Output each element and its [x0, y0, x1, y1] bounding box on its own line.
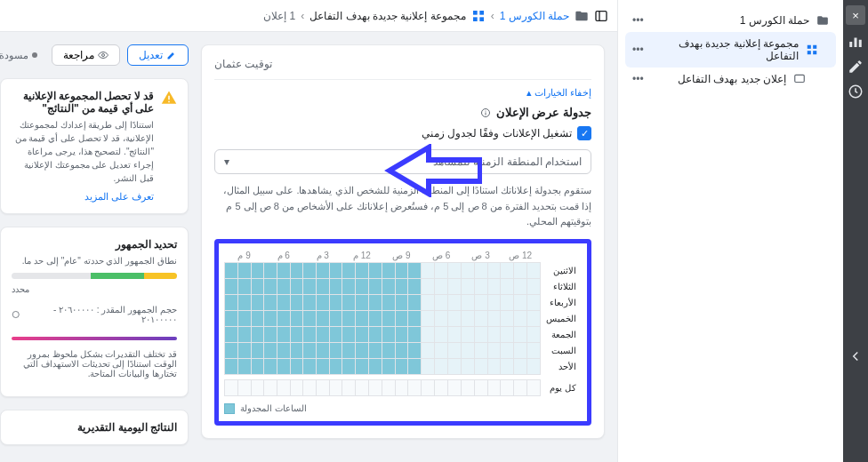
close-button[interactable]: × — [846, 5, 865, 25]
schedule-cell[interactable] — [225, 310, 238, 326]
schedule-cell[interactable] — [382, 342, 395, 358]
schedule-cell[interactable] — [356, 326, 369, 342]
schedule-cell[interactable] — [408, 294, 422, 310]
schedule-cell[interactable] — [316, 278, 329, 294]
schedule-cell[interactable] — [408, 310, 422, 326]
schedule-cell[interactable] — [329, 310, 342, 326]
schedule-cell[interactable] — [395, 278, 408, 294]
schedule-cell[interactable] — [356, 278, 369, 294]
schedule-cell[interactable] — [487, 326, 501, 342]
schedule-cell[interactable] — [290, 358, 303, 374]
schedule-cell[interactable] — [514, 262, 527, 278]
pencil-icon[interactable] — [848, 59, 864, 75]
tree-ad[interactable]: إعلان جديد بهدف التفاعل ••• — [625, 68, 836, 91]
schedule-cell[interactable] — [290, 342, 303, 358]
schedule-cell[interactable] — [264, 358, 277, 374]
schedule-cell[interactable] — [487, 294, 501, 310]
tree-adset[interactable]: مجموعة إعلانية جديدة بهدف التفاعل ••• — [625, 32, 836, 68]
schedule-cell[interactable] — [303, 358, 317, 374]
schedule-cell[interactable] — [316, 358, 329, 374]
schedule-cell[interactable] — [368, 358, 382, 374]
schedule-cell[interactable] — [461, 310, 474, 326]
schedule-cell[interactable] — [316, 310, 329, 326]
schedule-cell[interactable] — [422, 342, 435, 358]
schedule-cell[interactable] — [487, 262, 501, 278]
schedule-cell[interactable] — [382, 358, 395, 374]
schedule-cell[interactable] — [514, 278, 527, 294]
schedule-cell[interactable] — [264, 326, 277, 342]
schedule-cell[interactable] — [356, 358, 369, 374]
schedule-cell[interactable] — [237, 278, 251, 294]
schedule-cell[interactable] — [303, 310, 317, 326]
schedule-cell[interactable] — [487, 342, 501, 358]
schedule-cell[interactable] — [474, 310, 487, 326]
tree-campaign-more[interactable]: ••• — [632, 14, 644, 27]
crumb-adcount[interactable]: 1 إعلان — [263, 10, 295, 22]
schedule-cell[interactable] — [329, 294, 342, 310]
schedule-cell[interactable] — [447, 294, 461, 310]
schedule-cell[interactable] — [395, 294, 408, 310]
schedule-cell[interactable] — [501, 326, 514, 342]
schedule-cell[interactable] — [487, 379, 501, 395]
schedule-cell[interactable] — [474, 262, 487, 278]
schedule-cell[interactable] — [368, 310, 382, 326]
schedule-cell[interactable] — [395, 379, 408, 395]
schedule-cell[interactable] — [527, 278, 541, 294]
schedule-cell[interactable] — [368, 326, 382, 342]
schedule-cell[interactable] — [501, 310, 514, 326]
clock-icon[interactable] — [848, 84, 864, 100]
schedule-cell[interactable] — [251, 262, 264, 278]
schedule-cell[interactable] — [277, 326, 290, 342]
schedule-cell[interactable] — [225, 262, 238, 278]
schedule-cell[interactable] — [342, 379, 356, 395]
schedule-cell[interactable] — [368, 262, 382, 278]
schedule-cell[interactable] — [474, 358, 487, 374]
panel-toggle-icon[interactable] — [594, 9, 608, 23]
schedule-cell[interactable] — [501, 278, 514, 294]
schedule-cell[interactable] — [316, 326, 329, 342]
schedule-cell[interactable] — [225, 278, 238, 294]
schedule-cell[interactable] — [290, 278, 303, 294]
timezone-select[interactable]: استخدام المنطقة الزمنية للمشاهد ▾ — [214, 149, 591, 174]
tree-ad-more[interactable]: ••• — [632, 73, 644, 85]
schedule-cell[interactable] — [447, 310, 461, 326]
schedule-cell[interactable] — [329, 342, 342, 358]
schedule-cell[interactable] — [237, 310, 251, 326]
schedule-cell[interactable] — [514, 379, 527, 395]
schedule-cell[interactable] — [395, 326, 408, 342]
schedule-cell[interactable] — [435, 358, 448, 374]
schedule-cell[interactable] — [422, 278, 435, 294]
schedule-cell[interactable] — [237, 294, 251, 310]
schedule-cell[interactable] — [527, 379, 541, 395]
crumb-adset[interactable]: مجموعة إعلانية جديدة بهدف التفاعل — [309, 10, 465, 22]
schedule-cell[interactable] — [461, 326, 474, 342]
schedule-cell[interactable] — [395, 358, 408, 374]
schedule-cell[interactable] — [395, 342, 408, 358]
schedule-cell[interactable] — [356, 262, 369, 278]
schedule-cell[interactable] — [435, 294, 448, 310]
schedule-cell[interactable] — [422, 326, 435, 342]
schedule-cell[interactable] — [251, 379, 264, 395]
schedule-cell[interactable] — [514, 358, 527, 374]
schedule-cell[interactable] — [447, 278, 461, 294]
schedule-cell[interactable] — [422, 294, 435, 310]
schedule-cell[interactable] — [408, 326, 422, 342]
crumb-campaign[interactable]: حملة الكورس 1 — [500, 10, 569, 22]
schedule-cell[interactable] — [356, 379, 369, 395]
schedule-cell[interactable] — [237, 262, 251, 278]
schedule-cell[interactable] — [225, 358, 238, 374]
schedule-cell[interactable] — [316, 342, 329, 358]
schedule-cell[interactable] — [382, 379, 395, 395]
schedule-cell[interactable] — [277, 278, 290, 294]
schedule-cell[interactable] — [264, 342, 277, 358]
schedule-cell[interactable] — [329, 379, 342, 395]
schedule-cell[interactable] — [514, 326, 527, 342]
schedule-cell[interactable] — [501, 358, 514, 374]
schedule-cell[interactable] — [447, 342, 461, 358]
schedule-cell[interactable] — [408, 379, 422, 395]
schedule-cell[interactable] — [342, 326, 356, 342]
schedule-cell[interactable] — [290, 294, 303, 310]
schedule-cell[interactable] — [527, 262, 541, 278]
chart-icon[interactable] — [848, 34, 864, 50]
schedule-cell[interactable] — [342, 310, 356, 326]
